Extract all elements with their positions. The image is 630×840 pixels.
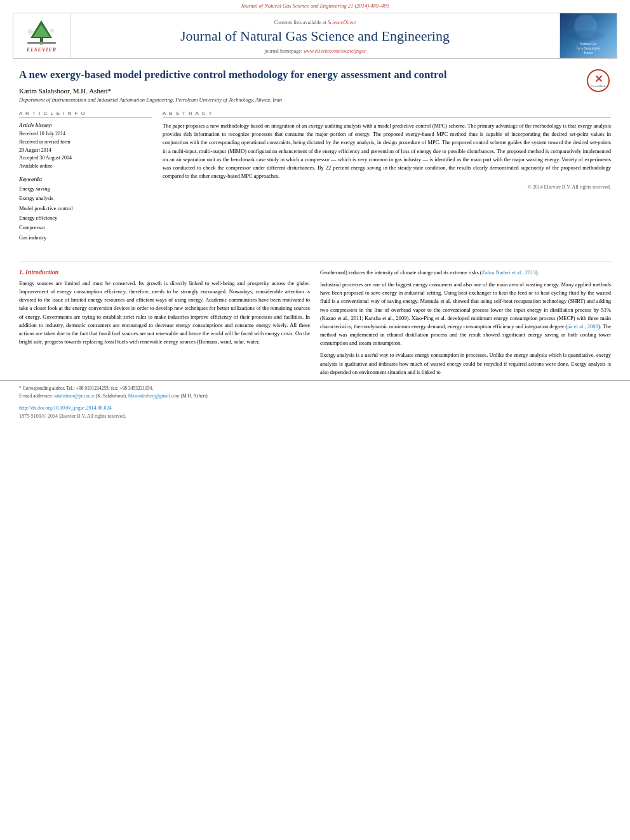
keyword-item: Gas industry (19, 233, 152, 243)
crossmark-icon: ✕ (594, 74, 603, 84)
svg-rect-3 (27, 42, 56, 44)
contents-available-text: Contents lists available at ScienceDirec… (274, 20, 356, 25)
homepage-url[interactable]: www.elsevier.com/locate/jngse (304, 48, 366, 54)
sciencedirect-link[interactable]: ScienceDirect (328, 20, 356, 25)
cover-image-text: Natural Gas for a Sustainable Future (577, 42, 600, 55)
article-info-header: A R T I C L E I N F O (19, 110, 152, 118)
email1-link[interactable]: salahshoor@put.ac.ir (54, 393, 95, 399)
svg-point-5 (50, 29, 54, 32)
email2-link[interactable]: Masnodasherj@gmail.com (128, 393, 180, 399)
crossmark-label: CrossMark (591, 84, 605, 88)
keyword-item: Energy efficiency (19, 213, 152, 223)
keywords-list: Energy savingExergy analysisModel predic… (19, 184, 152, 243)
crossmark-badge[interactable]: ✕ CrossMark (587, 69, 611, 93)
title-section: ✕ CrossMark A new exergy-based model pre… (19, 68, 611, 82)
doi-line[interactable]: http://dx.doi.org/10.1016/j.jngse.2014.0… (0, 403, 630, 413)
elsevier-label: ELSEVIER (27, 47, 57, 53)
abstract-column: A B S T R A C T The paper proposes a new… (163, 110, 611, 243)
body-right-column: Geothermal) reduces the intensity of cli… (320, 269, 611, 380)
elsevier-logo: ELSEVIER (13, 13, 70, 58)
article-info-column: A R T I C L E I N F O Article history: R… (19, 110, 152, 243)
issn-line: 1875-5100/© 2014 Elsevier B.V. All right… (0, 413, 630, 423)
article-info-abstract-section: A R T I C L E I N F O Article history: R… (19, 110, 611, 243)
abstract-header: A B S T R A C T (163, 110, 611, 118)
keyword-item: Exergy analysis (19, 194, 152, 203)
svg-point-7 (566, 30, 605, 41)
corresponding-author: * Corresponding author. Tel.: +98 919123… (19, 385, 611, 392)
intro-paragraph-2: Geothermal) reduces the intensity of cli… (320, 269, 611, 277)
accepted-date: Accepted 30 August 2014 (19, 154, 152, 163)
section-divider (19, 262, 611, 262)
svg-point-4 (28, 29, 33, 34)
copyright-line: © 2014 Elsevier B.V. All rights reserved… (163, 184, 611, 190)
introduction-title: 1. Introduction (19, 269, 310, 276)
intro-paragraph-3: Industrial processes are one of the bigg… (320, 281, 611, 347)
ref-naderi-link[interactable]: Zahra Naderi et al., 2013 (482, 269, 536, 276)
keyword-item: Model predictive control (19, 204, 152, 213)
intro-paragraph-1: Energy sources are limited and must be c… (19, 279, 310, 346)
email-info: E-mail addresses: salahshoor@put.ac.ir (… (19, 392, 611, 400)
keyword-item: Energy saving (19, 184, 152, 194)
ref-jia-link[interactable]: jia et al., 2008 (567, 323, 598, 330)
journal-header: ELSEVIER Contents lists available at Sci… (13, 13, 617, 59)
header-top-row: ELSEVIER Contents lists available at Sci… (13, 13, 617, 58)
header-center: Contents lists available at ScienceDirec… (70, 13, 560, 58)
authors: Karim Salahshoor, M.H. Asheri* (19, 87, 611, 95)
revised-label: Received in revised form (19, 138, 152, 147)
keywords-label: Keywords: (19, 176, 152, 182)
history-label: Article history: (19, 122, 152, 128)
main-content: ✕ CrossMark A new exergy-based model pre… (0, 62, 630, 255)
affiliation: Department of Instrumentation and Indust… (19, 97, 611, 103)
intro-paragraph-4: Exergy analysis is a useful way to evalu… (320, 351, 611, 377)
article-title: A new exergy-based model predictive cont… (19, 68, 611, 82)
cover-illustration (560, 13, 611, 45)
journal-title: Journal of Natural Gas Science and Engin… (180, 28, 450, 44)
article-dates: Received 10 July 2014 Received in revise… (19, 130, 152, 171)
journal-homepage: journal homepage: www.elsevier.com/locat… (264, 48, 365, 54)
footnotes: * Corresponding author. Tel.: +98 919123… (0, 380, 630, 403)
abstract-text: The paper proposes a new methodology bas… (163, 122, 611, 180)
keyword-item: Compressor (19, 223, 152, 232)
body-left-column: 1. Introduction Energy sources are limit… (19, 269, 310, 380)
journal-banner: Journal of Natural Gas Science and Engin… (0, 0, 630, 10)
revised-date: 29 August 2014 (19, 147, 152, 155)
body-content: 1. Introduction Energy sources are limit… (0, 269, 630, 380)
received-date: Received 10 July 2014 (19, 130, 152, 138)
available-online: Available online (19, 163, 152, 171)
elsevier-tree-icon (24, 19, 59, 46)
journal-cover-image: Natural Gas for a Sustainable Future (560, 13, 617, 58)
